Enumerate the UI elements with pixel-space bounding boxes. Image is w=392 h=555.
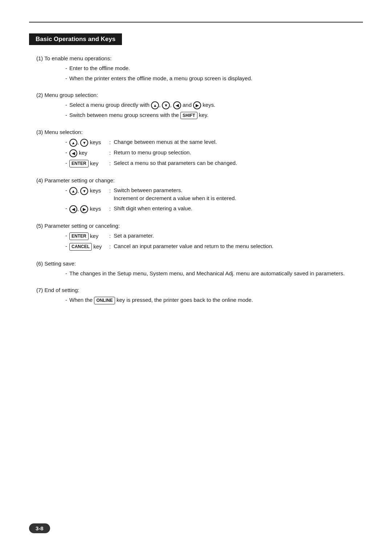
section-7: (7) End of setting: - When the ONLINE ke… — [36, 287, 363, 304]
section-5-row-1-desc: Set a parameter. — [114, 232, 363, 240]
section-7-body: - When the ONLINE key is pressed, the pr… — [65, 296, 363, 304]
section-4-row-2: - ◀, ▶ keys : Shift digit when entering … — [65, 204, 363, 213]
section-3-row-3: - ENTER key : Select a menu so that para… — [65, 159, 363, 168]
section-6-header: (6) Setting save: — [36, 260, 363, 267]
section-3-row-2: - ◀ key : Return to menu group selection… — [65, 149, 363, 157]
section-5-row-1-keys: ENTER key — [69, 232, 109, 240]
section-3-row-2-desc: Return to menu group selection. — [114, 149, 363, 157]
section-1-item-2-text: When the printer enters the offline mode… — [69, 74, 363, 83]
section-3-row-3-desc: Select a menu so that parameters can be … — [114, 159, 363, 167]
section-2-header: (2) Menu group selection: — [36, 92, 363, 98]
section-3-row-1: - ▲, ▼ keys : Change between menus at th… — [65, 138, 363, 147]
section-4: (4) Parameter setting or change: - ▲, ▼ … — [36, 177, 363, 213]
section-1-item-1-text: Enter to the offline mode. — [69, 64, 363, 73]
section-5: (5) Parameter setting or canceling: - EN… — [36, 223, 363, 251]
section-2-item-1: - Select a menu group directly with ▲, ▼… — [65, 101, 363, 109]
section-1-body: - Enter to the offline mode. - When the … — [65, 64, 363, 82]
right-arrow-icon: ▶ — [193, 101, 201, 109]
up-arrow-icon: ▲ — [151, 101, 159, 109]
section-3-body: - ▲, ▼ keys : Change between menus at th… — [65, 138, 363, 168]
shift-key-badge: SHIFT — [180, 112, 197, 119]
section-6: (6) Setting save: - The changes in the S… — [36, 260, 363, 278]
section-5-row-2-desc: Cancel an input parameter value and retu… — [114, 242, 363, 251]
section-2-item-2: - Switch between menu group screens with… — [65, 111, 363, 119]
section-7-item-1-text: When the ONLINE key is pressed, the prin… — [69, 296, 363, 304]
down-arrow-icon: ▼ — [162, 101, 170, 109]
section-7-header: (7) End of setting: — [36, 287, 363, 293]
section-1-item-1: - Enter to the offline mode. — [65, 64, 363, 73]
section-3-row-2-keys: ◀ key — [69, 149, 109, 157]
section-4-row-2-desc: Shift digit when entering a value. — [114, 204, 363, 213]
online-key-badge: ONLINE — [94, 297, 115, 304]
section-3-row-3-keys: ENTER key — [69, 159, 109, 168]
section-1-header: (1) To enable menu operations: — [36, 55, 363, 61]
section-1-item-2: - When the printer enters the offline mo… — [65, 74, 363, 83]
page-number: 3-8 — [29, 523, 50, 533]
section-5-row-1: - ENTER key : Set a parameter. — [65, 232, 363, 240]
up-arrow-icon-2: ▲ — [69, 139, 77, 147]
section-6-item-1: - The changes in the Setup menu, System … — [65, 270, 363, 278]
right-arrow-icon-3: ▶ — [80, 205, 88, 213]
section-6-body: - The changes in the Setup menu, System … — [65, 270, 363, 278]
section-5-row-2-keys: CANCEL key — [69, 242, 109, 251]
up-arrow-icon-3: ▲ — [69, 187, 77, 195]
section-title: Basic Operations and Keys — [29, 33, 122, 45]
section-2-item-2-text: Switch between menu group screens with t… — [69, 111, 363, 119]
section-4-row-1-keys: ▲, ▼ keys — [69, 186, 109, 195]
section-3-row-1-desc: Change between menus at the same level. — [114, 138, 363, 146]
section-4-row-2-keys: ◀, ▶ keys — [69, 204, 109, 213]
section-7-item-1: - When the ONLINE key is pressed, the pr… — [65, 296, 363, 304]
section-3-header: (3) Menu selection: — [36, 129, 363, 135]
section-5-header: (5) Parameter setting or canceling: — [36, 223, 363, 229]
enter-key-badge-2: ENTER — [69, 232, 89, 240]
page: Basic Operations and Keys (1) To enable … — [0, 0, 392, 555]
section-2-item-1-text: Select a menu group directly with ▲, ▼, … — [69, 101, 363, 109]
section-3: (3) Menu selection: - ▲, ▼ keys : Change… — [36, 129, 363, 168]
section-3-row-1-keys: ▲, ▼ keys — [69, 138, 109, 147]
section-4-body: - ▲, ▼ keys : Switch between parameters.… — [65, 186, 363, 213]
top-rule — [29, 22, 363, 23]
left-arrow-icon-3: ◀ — [69, 205, 77, 213]
section-5-body: - ENTER key : Set a parameter. - CANCEL … — [65, 232, 363, 251]
down-arrow-icon-3: ▼ — [80, 187, 88, 195]
section-2-body: - Select a menu group directly with ▲, ▼… — [65, 101, 363, 119]
section-4-header: (4) Parameter setting or change: — [36, 177, 363, 183]
content: (1) To enable menu operations: - Enter t… — [36, 55, 363, 304]
section-4-row-1: - ▲, ▼ keys : Switch between parameters.… — [65, 186, 363, 203]
left-arrow-icon-2: ◀ — [69, 149, 77, 157]
enter-key-badge: ENTER — [69, 160, 89, 167]
left-arrow-icon: ◀ — [173, 101, 181, 109]
cancel-key-badge: CANCEL — [69, 243, 92, 251]
section-5-row-2: - CANCEL key : Cancel an input parameter… — [65, 242, 363, 251]
section-2: (2) Menu group selection: - Select a men… — [36, 92, 363, 119]
section-6-item-1-text: The changes in the Setup menu, System me… — [69, 270, 363, 278]
section-1: (1) To enable menu operations: - Enter t… — [36, 55, 363, 82]
section-4-row-1-desc: Switch between parameters. Increment or … — [114, 186, 363, 203]
down-arrow-icon-2: ▼ — [80, 139, 88, 147]
